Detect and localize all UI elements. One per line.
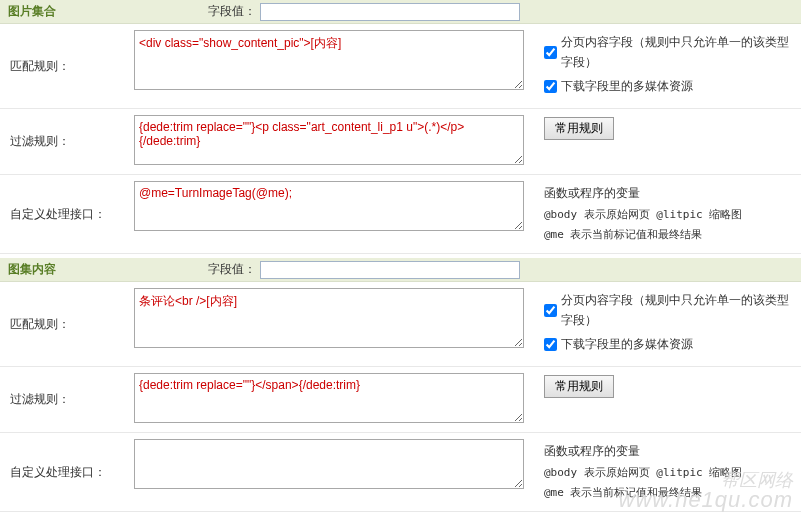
- download-media-label: 下载字段里的多媒体资源: [561, 334, 693, 354]
- filter-rule-label: 过滤规则：: [0, 109, 130, 174]
- paging-field-checkbox[interactable]: [544, 304, 557, 317]
- paging-field-checkbox[interactable]: [544, 46, 557, 59]
- common-rules-button[interactable]: 常用规则: [544, 375, 614, 398]
- download-media-checkbox[interactable]: [544, 80, 557, 93]
- paging-field-label: 分页内容字段（规则中只允许单一的该类型字段）: [561, 290, 791, 330]
- paging-field-label: 分页内容字段（规则中只允许单一的该类型字段）: [561, 32, 791, 72]
- match-rule-textarea[interactable]: [134, 288, 524, 348]
- custom-handler-textarea[interactable]: [134, 181, 524, 231]
- filter-rule-textarea[interactable]: [134, 373, 524, 423]
- common-rules-button[interactable]: 常用规则: [544, 117, 614, 140]
- field-value-input[interactable]: [260, 261, 520, 279]
- section-gallery-content: 图集内容 字段值： 匹配规则： 分页内容字段（规则中只允许单一的该类型字段） 下…: [0, 258, 801, 512]
- match-rule-row: 匹配规则： 分页内容字段（规则中只允许单一的该类型字段） 下载字段里的多媒体资源: [0, 282, 801, 367]
- filter-rule-textarea[interactable]: [134, 115, 524, 165]
- field-value-label: 字段值：: [208, 3, 256, 20]
- section-title: 图集内容: [8, 261, 208, 278]
- download-media-checkbox[interactable]: [544, 338, 557, 351]
- section-header: 图片集合 字段值：: [0, 0, 801, 24]
- help-line: @body 表示原始网页 @litpic 缩略图: [544, 463, 791, 483]
- help-line: @body 表示原始网页 @litpic 缩略图: [544, 205, 791, 225]
- custom-handler-row: 自定义处理接口： 函数或程序的变量 @body 表示原始网页 @litpic 缩…: [0, 433, 801, 512]
- help-heading: 函数或程序的变量: [544, 183, 791, 203]
- custom-handler-label: 自定义处理接口：: [0, 175, 130, 253]
- download-media-label: 下载字段里的多媒体资源: [561, 76, 693, 96]
- custom-handler-textarea[interactable]: [134, 439, 524, 489]
- help-line: @me 表示当前标记值和最终结果: [544, 483, 791, 503]
- help-heading: 函数或程序的变量: [544, 441, 791, 461]
- help-line: @me 表示当前标记值和最终结果: [544, 225, 791, 245]
- field-value-label: 字段值：: [208, 261, 256, 278]
- match-rule-label: 匹配规则：: [0, 24, 130, 108]
- match-rule-label: 匹配规则：: [0, 282, 130, 366]
- filter-rule-label: 过滤规则：: [0, 367, 130, 432]
- section-header: 图集内容 字段值：: [0, 258, 801, 282]
- custom-handler-label: 自定义处理接口：: [0, 433, 130, 511]
- section-image-collection: 图片集合 字段值： 匹配规则： 分页内容字段（规则中只允许单一的该类型字段） 下…: [0, 0, 801, 254]
- match-rule-textarea[interactable]: [134, 30, 524, 90]
- match-rule-row: 匹配规则： 分页内容字段（规则中只允许单一的该类型字段） 下载字段里的多媒体资源: [0, 24, 801, 109]
- field-value-input[interactable]: [260, 3, 520, 21]
- section-title: 图片集合: [8, 3, 208, 20]
- custom-handler-row: 自定义处理接口： 函数或程序的变量 @body 表示原始网页 @litpic 缩…: [0, 175, 801, 254]
- filter-rule-row: 过滤规则： 常用规则: [0, 109, 801, 175]
- filter-rule-row: 过滤规则： 常用规则: [0, 367, 801, 433]
